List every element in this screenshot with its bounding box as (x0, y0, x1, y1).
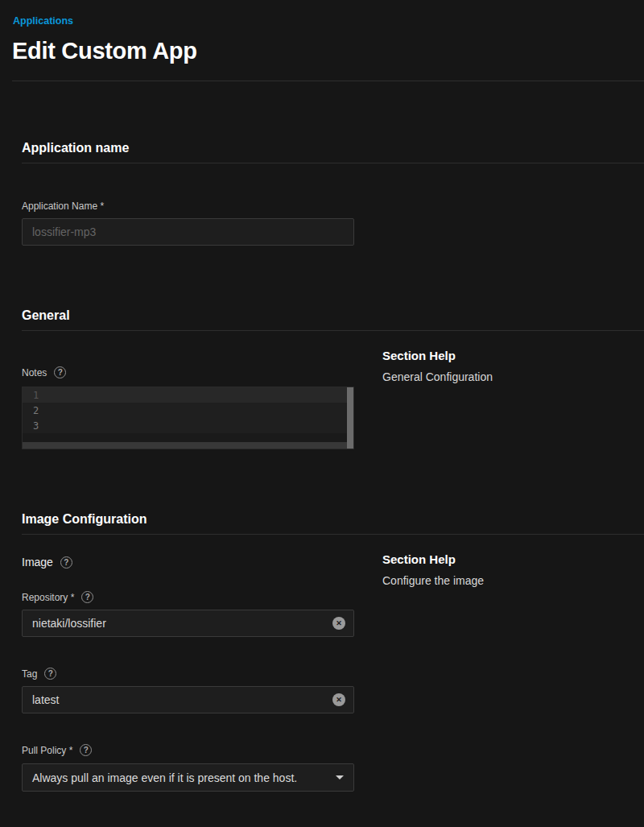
general-heading: General (22, 308, 644, 323)
application-name-section: Application name Application Name * (0, 141, 644, 246)
repository-label: Repository * (22, 592, 74, 603)
image-section-help-body: Configure the image (382, 574, 644, 588)
editor-line[interactable]: 2 (23, 403, 353, 418)
general-help-column: Section Help General Configuration (382, 331, 644, 384)
tag-label-row: Tag ? (22, 668, 354, 680)
dropdown-caret-icon (336, 775, 344, 779)
notes-label-row: Notes ? (22, 366, 354, 378)
image-form-column: Image ? Repository * ? ✕ Tag ? ✕ (22, 535, 354, 792)
pull-policy-label: Pull Policy * (22, 745, 72, 756)
pull-policy-select[interactable]: Always pull an image even if it is prese… (22, 763, 354, 792)
tag-clear-icon[interactable]: ✕ (332, 693, 345, 706)
application-name-heading: Application name (22, 141, 644, 155)
application-name-divider (22, 163, 644, 163)
tag-input[interactable] (22, 686, 354, 713)
general-section-help-title: Section Help (382, 349, 644, 363)
application-name-label: Application Name * (22, 201, 104, 212)
page-header: Applications Edit Custom App (0, 0, 644, 64)
edit-custom-app-page: Applications Edit Custom App Application… (0, 0, 644, 827)
repository-input-wrap: ✕ (22, 610, 354, 637)
general-row: Notes ? 1 2 3 S (22, 331, 644, 449)
image-group-label: Image (22, 556, 53, 569)
notes-help-icon[interactable]: ? (54, 366, 66, 378)
notes-label: Notes (22, 367, 47, 378)
image-row: Image ? Repository * ? ✕ Tag ? ✕ (22, 535, 644, 792)
pull-policy-help-icon[interactable]: ? (80, 744, 92, 756)
image-group-label-row: Image ? (22, 556, 354, 569)
header-divider (12, 81, 644, 81)
pull-policy-label-row: Pull Policy * ? (22, 744, 354, 756)
image-configuration-section: Image Configuration Image ? Repository *… (0, 512, 644, 792)
repository-label-row: Repository * ? (22, 591, 354, 603)
tag-input-wrap: ✕ (22, 686, 354, 713)
general-section-help-body: General Configuration (382, 370, 644, 384)
general-form-column: Notes ? 1 2 3 (22, 331, 354, 449)
pull-policy-selected-value: Always pull an image even if it is prese… (32, 771, 297, 784)
image-help-icon[interactable]: ? (60, 556, 72, 569)
tag-help-icon[interactable]: ? (44, 668, 56, 680)
editor-line-number: 1 (23, 390, 47, 401)
image-configuration-heading: Image Configuration (22, 512, 644, 527)
editor-horizontal-scrollbar[interactable] (23, 442, 347, 449)
application-name-label-row: Application Name * (22, 201, 644, 212)
editor-line[interactable]: 3 (23, 418, 353, 433)
page-title: Edit Custom App (12, 37, 631, 64)
general-section: General Notes ? 1 2 3 (0, 308, 644, 449)
editor-line-number: 3 (23, 420, 47, 432)
breadcrumb-applications[interactable]: Applications (13, 15, 73, 27)
repository-help-icon[interactable]: ? (81, 591, 93, 603)
repository-input[interactable] (22, 610, 354, 637)
repository-clear-icon[interactable]: ✕ (332, 617, 345, 630)
notes-editor[interactable]: 1 2 3 (22, 387, 354, 449)
application-name-input-wrap (22, 218, 354, 246)
editor-vertical-scrollbar[interactable] (347, 387, 353, 449)
application-name-input (22, 218, 354, 246)
editor-line-number: 2 (23, 405, 47, 416)
editor-line[interactable]: 1 (23, 387, 353, 403)
image-section-help-title: Section Help (382, 552, 644, 567)
tag-label: Tag (22, 668, 37, 680)
image-help-column: Section Help Configure the image (382, 535, 644, 588)
